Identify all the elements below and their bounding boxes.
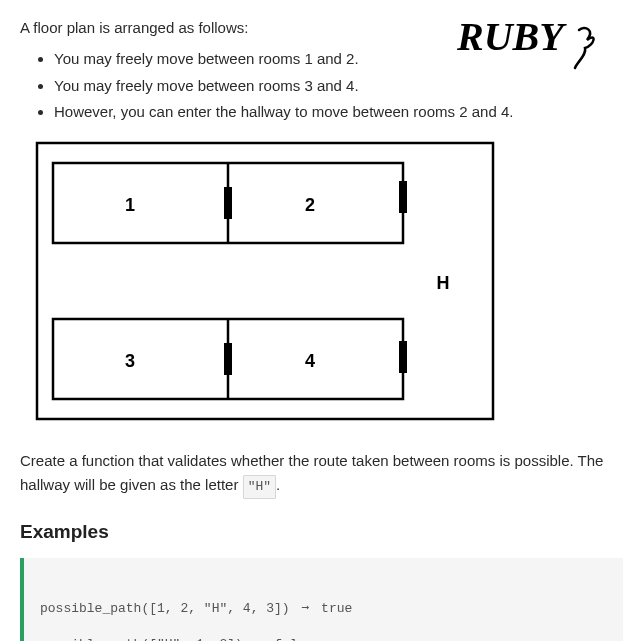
arrow-icon: ➞ bbox=[301, 597, 309, 622]
svg-rect-12 bbox=[399, 341, 402, 373]
svg-rect-10 bbox=[399, 181, 402, 213]
example-line-1: possible_path([1, 2, "H", 4, 3]) ➞ true bbox=[40, 597, 607, 622]
example-line-2: possible_path(["H", 1, 2]) ➞ false bbox=[40, 633, 607, 641]
svg-rect-6 bbox=[224, 187, 227, 219]
rule-item: However, you can enter the hallway to mo… bbox=[54, 100, 623, 123]
svg-text:2: 2 bbox=[305, 195, 315, 215]
examples-heading: Examples bbox=[20, 517, 623, 546]
svg-rect-1 bbox=[37, 143, 493, 419]
svg-text:4: 4 bbox=[305, 351, 315, 371]
description-text-post: . bbox=[276, 476, 280, 493]
ruby-language-badge: RUBY bbox=[457, 10, 607, 78]
examples-code-block: possible_path([1, 2, "H", 4, 3]) ➞ truep… bbox=[20, 558, 623, 641]
svg-text:1: 1 bbox=[125, 195, 135, 215]
svg-rect-7 bbox=[229, 187, 232, 219]
description-text-pre: Create a function that validates whether… bbox=[20, 452, 603, 492]
task-description: Create a function that validates whether… bbox=[20, 449, 623, 498]
svg-text:3: 3 bbox=[125, 351, 135, 371]
svg-rect-8 bbox=[224, 343, 227, 375]
floorplan-diagram: 1 2 3 4 H bbox=[35, 141, 623, 427]
svg-text:H: H bbox=[437, 273, 450, 293]
svg-rect-13 bbox=[404, 341, 407, 373]
svg-text:RUBY: RUBY bbox=[457, 14, 567, 59]
svg-rect-11 bbox=[404, 181, 407, 213]
hallway-code-literal: "H" bbox=[243, 475, 276, 499]
svg-rect-9 bbox=[229, 343, 232, 375]
arrow-icon: ➞ bbox=[255, 633, 263, 641]
